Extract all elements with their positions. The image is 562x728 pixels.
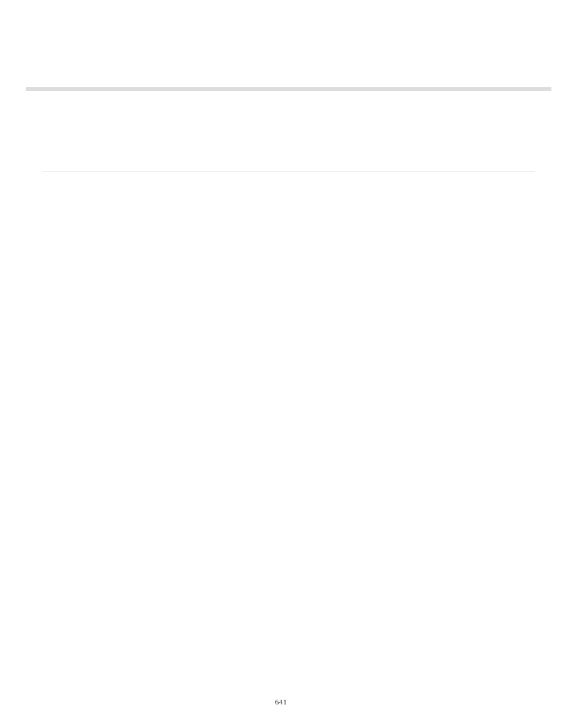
page-number: 641: [0, 697, 562, 707]
header-divider-thin: [42, 171, 535, 172]
header-divider-thick: [26, 87, 551, 91]
